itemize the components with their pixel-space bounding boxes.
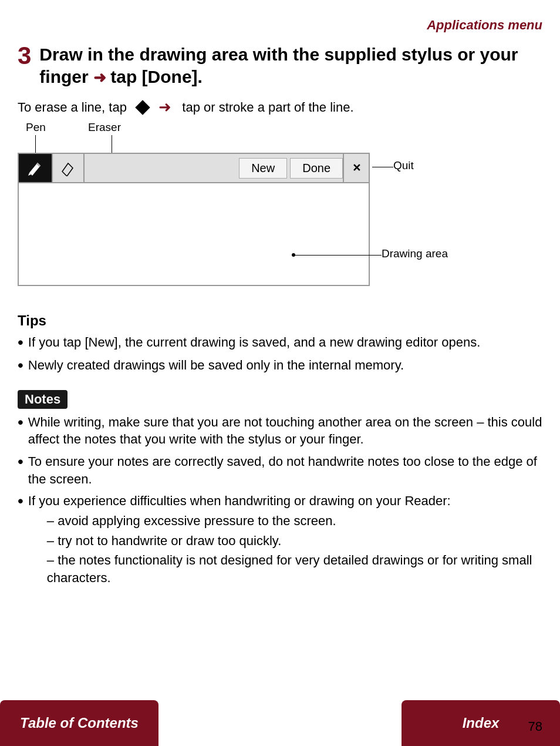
arrow-icon: ➜: [93, 69, 110, 86]
new-button[interactable]: New: [239, 158, 287, 179]
diamond-icon: [135, 100, 150, 115]
erase-instruction: To erase a line, tap ➜ tap or stroke a p…: [18, 98, 542, 116]
toolbar-row: New Done ✕: [18, 153, 370, 183]
quit-label: Quit: [393, 159, 414, 172]
toc-button[interactable]: Table of Contents: [0, 700, 158, 746]
notes-item-1: While writing, make sure that you are no…: [28, 414, 542, 448]
index-label: Index: [463, 715, 500, 731]
quit-label-line: [372, 167, 393, 167]
page: Applications menu 3 Draw in the drawing …: [0, 0, 560, 746]
quit-button[interactable]: ✕: [343, 154, 369, 182]
drawing-area-line: [294, 255, 382, 256]
page-header-title: Applications menu: [18, 18, 542, 33]
tips-item-1: If you tap [New], the current drawing is…: [28, 334, 480, 351]
step-heading: 3 Draw in the drawing area with the supp…: [18, 43, 542, 88]
tips-item-2: Newly created drawings will be saved onl…: [28, 357, 404, 374]
notes-item-3-wrapper: If you experience difficulties when hand…: [28, 492, 542, 589]
drawing-area: [18, 183, 370, 286]
notes-badge: Notes: [18, 390, 68, 409]
bullet-dot: •: [18, 357, 23, 375]
bullet-dot: •: [18, 334, 23, 352]
bullet-dot: •: [18, 453, 23, 471]
sub-list: – avoid applying excessive pressure to t…: [47, 512, 542, 587]
arrow-right-icon: ➜: [158, 98, 171, 116]
tips-section: Tips • If you tap [New], the current dra…: [18, 312, 542, 375]
pen-icon: [27, 160, 43, 176]
tips-list: • If you tap [New], the current drawing …: [18, 334, 542, 375]
notes-section: Notes • While writing, make sure that yo…: [18, 384, 542, 589]
list-item: • To ensure your notes are correctly sav…: [18, 453, 542, 488]
done-button[interactable]: Done: [290, 158, 343, 179]
pen-label: Pen: [26, 121, 46, 134]
toc-label: Table of Contents: [20, 715, 139, 731]
tips-heading: Tips: [18, 312, 542, 329]
bullet-dot: •: [18, 492, 23, 510]
svg-marker-0: [62, 163, 73, 176]
notes-item-2: To ensure your notes are correctly saved…: [28, 453, 542, 488]
list-item: • Newly created drawings will be saved o…: [18, 357, 542, 375]
list-item: – avoid applying excessive pressure to t…: [47, 512, 542, 530]
list-item: • If you tap [New], the current drawing …: [18, 334, 542, 352]
list-item: • While writing, make sure that you are …: [18, 414, 542, 448]
pen-button[interactable]: [19, 154, 53, 182]
list-item: • If you experience difficulties when ha…: [18, 492, 542, 589]
bullet-dot: •: [18, 414, 23, 432]
eraser-button[interactable]: [53, 154, 85, 182]
bottom-nav: Table of Contents Index: [0, 700, 560, 746]
list-item: – the notes functionality is not designe…: [47, 552, 542, 586]
diagram: Pen Eraser New Done ✕: [18, 121, 542, 297]
bottom-spacer: [158, 700, 402, 746]
drawing-area-label: Drawing area: [382, 247, 448, 260]
notes-list: • While writing, make sure that you are …: [18, 414, 542, 589]
eraser-label: Eraser: [88, 121, 121, 134]
page-number: 78: [528, 719, 542, 734]
step-text: Draw in the drawing area with the suppli…: [39, 43, 542, 88]
step-number: 3: [18, 43, 31, 68]
list-item: – try not to handwrite or draw too quick…: [47, 532, 542, 550]
pen-label-line: [35, 135, 36, 153]
eraser-icon: [60, 160, 76, 176]
